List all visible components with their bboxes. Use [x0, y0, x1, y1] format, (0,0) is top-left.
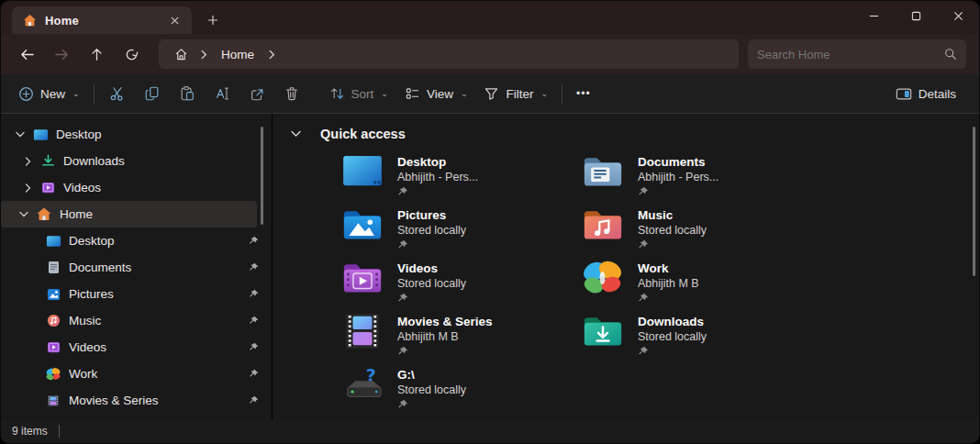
sort-button[interactable]: Sort ⌄: [321, 79, 396, 108]
refresh-button[interactable]: [115, 39, 148, 70]
chevron-down-icon[interactable]: [17, 211, 30, 217]
sidebar-item-desktop[interactable]: Desktop: [1, 121, 272, 148]
window-controls: [852, 1, 979, 30]
status-divider: [59, 425, 60, 438]
film-strip-icon: [45, 393, 61, 409]
pin-icon: [397, 239, 466, 250]
quick-access-item-work[interactable]: Work Abhijith M B: [582, 259, 822, 312]
home-icon: [36, 206, 52, 223]
quick-access-item-documents[interactable]: Documents Abhijith - Pers...: [582, 152, 822, 205]
videos-icon: [39, 180, 56, 196]
maximize-button[interactable]: [895, 1, 937, 30]
command-toolbar: New ⌄ Sort ⌄ View ⌄ Filter: [1, 74, 979, 114]
share-button[interactable]: [239, 79, 274, 108]
file-explorer-window: Home: [0, 0, 980, 444]
rename-button[interactable]: [205, 79, 239, 108]
sidebar-item-downloads-pinned[interactable]: Downloads: [1, 414, 272, 419]
videos-folder-icon: [341, 259, 384, 297]
sidebar-item-music-pinned[interactable]: Music: [1, 307, 272, 334]
pin-icon: [246, 369, 259, 379]
chevron-right-icon[interactable]: [21, 157, 34, 166]
view-button-label: View: [427, 87, 453, 101]
breadcrumb-chevron-icon[interactable]: [265, 50, 278, 60]
desktop-icon: [45, 233, 61, 250]
delete-button[interactable]: [274, 79, 309, 108]
search-box[interactable]: [748, 39, 966, 69]
sidebar-item-videos-pinned[interactable]: Videos: [1, 334, 272, 361]
title-bar: Home: [1, 1, 979, 34]
minimize-button[interactable]: [852, 1, 895, 30]
sort-button-label: Sort: [351, 87, 374, 101]
paste-button[interactable]: [170, 79, 205, 108]
navigation-bar: Home: [1, 34, 979, 74]
new-button[interactable]: New ⌄: [10, 79, 88, 108]
breadcrumb-home-icon[interactable]: [168, 39, 194, 70]
chevron-down-icon: ⌄: [461, 89, 468, 98]
quick-access-item-movies-series[interactable]: Movies & Series Abhijith M B: [341, 312, 582, 365]
sidebar-item-documents-pinned[interactable]: Documents: [1, 254, 272, 281]
search-icon[interactable]: [944, 48, 957, 61]
pin-icon: [397, 186, 478, 197]
work-butterfly-icon: [45, 366, 61, 383]
filter-button[interactable]: Filter ⌄: [475, 79, 556, 108]
close-button[interactable]: [937, 1, 979, 30]
ellipsis-icon: •••: [576, 87, 591, 100]
up-button[interactable]: [80, 39, 113, 70]
new-tab-button[interactable]: [199, 8, 227, 32]
view-button[interactable]: View ⌄: [396, 79, 476, 108]
address-bar[interactable]: Home: [159, 39, 739, 69]
more-options-button[interactable]: •••: [568, 79, 599, 108]
forward-button[interactable]: [45, 39, 78, 70]
sidebar-item-work-pinned[interactable]: Work: [1, 361, 272, 387]
sidebar-item-pictures-pinned[interactable]: Pictures: [1, 281, 272, 307]
work-butterfly-icon: [582, 259, 624, 297]
content-pane: Quick access Desktop Abhijith - Pers...: [273, 114, 979, 419]
cut-button[interactable]: [100, 79, 135, 108]
pin-icon: [246, 262, 259, 272]
copy-button[interactable]: [135, 79, 170, 108]
sidebar-item-desktop-pinned[interactable]: Desktop: [1, 228, 272, 254]
chevron-down-icon: ⌄: [540, 89, 548, 98]
content-scrollbar[interactable]: [973, 127, 975, 276]
documents-folder-icon: [582, 152, 624, 191]
toolbar-divider: [94, 83, 95, 104]
quick-access-item-videos[interactable]: Videos Stored locally: [341, 259, 582, 312]
details-button[interactable]: Details: [887, 79, 964, 108]
tab-home[interactable]: Home: [12, 6, 192, 34]
desktop-icon: [341, 152, 384, 191]
sidebar-item-movies-series-pinned[interactable]: Movies & Series: [1, 387, 272, 414]
tab-close-button[interactable]: [164, 10, 184, 30]
videos-icon: [45, 339, 61, 356]
new-button-label: New: [40, 87, 65, 101]
sidebar-item-videos[interactable]: Videos: [1, 174, 272, 201]
back-button[interactable]: [10, 39, 43, 70]
pin-icon: [397, 346, 493, 357]
music-folder-icon: [582, 205, 624, 244]
pictures-icon: [45, 286, 61, 303]
pin-icon: [638, 293, 699, 304]
downloads-icon: [45, 419, 61, 420]
sidebar-scrollbar[interactable]: [261, 127, 263, 225]
breadcrumb-segment-home[interactable]: Home: [214, 48, 262, 61]
quick-access-grid: Desktop Abhijith - Pers... Documents Abh…: [341, 152, 979, 418]
sidebar-item-home[interactable]: Home: [1, 201, 257, 228]
quick-access-item-pictures[interactable]: Pictures Stored locally: [341, 205, 582, 259]
quick-access-item-desktop[interactable]: Desktop Abhijith - Pers...: [341, 152, 582, 205]
sidebar-item-downloads[interactable]: Downloads: [1, 148, 272, 174]
chevron-down-icon[interactable]: [14, 131, 27, 138]
navigation-pane: Desktop Downloads Videos Home: [1, 114, 273, 419]
downloads-folder-icon: [582, 312, 624, 350]
tab-strip: Home: [1, 6, 227, 34]
details-button-label: Details: [919, 87, 956, 101]
chevron-down-icon[interactable]: [289, 130, 302, 138]
chevron-right-icon[interactable]: [21, 183, 34, 193]
pin-icon: [246, 342, 259, 352]
quick-access-item-downloads[interactable]: Downloads Stored locally: [582, 312, 822, 365]
quick-access-header[interactable]: Quick access: [289, 127, 979, 141]
quick-access-item-g-drive[interactable]: ? G:\ Stored locally: [341, 365, 582, 418]
search-input[interactable]: [757, 48, 944, 61]
pin-icon: [397, 293, 466, 304]
quick-access-item-music[interactable]: Music Stored locally: [582, 205, 822, 259]
home-icon: [23, 14, 37, 28]
pin-icon: [246, 316, 259, 326]
